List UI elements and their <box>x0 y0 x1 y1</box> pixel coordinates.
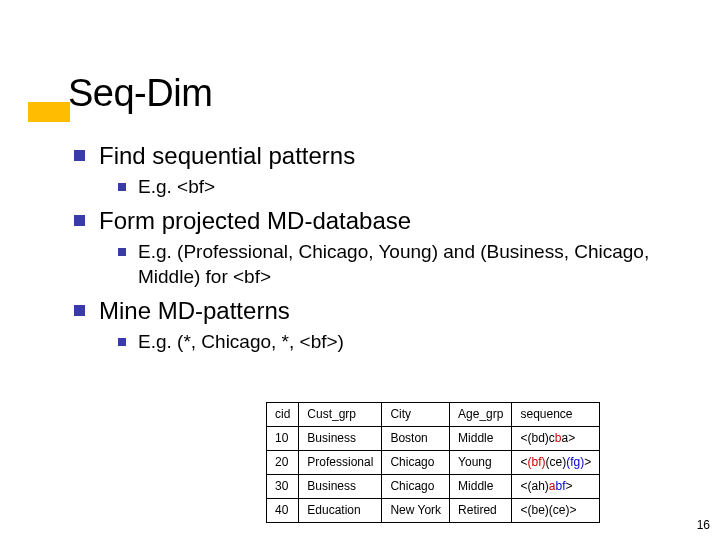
cell-grp: Professional <box>299 451 382 475</box>
cell-grp: Business <box>299 475 382 499</box>
slide-title: Seq-Dim <box>68 72 212 115</box>
bullet-square-icon <box>74 150 85 161</box>
table-row: 20 Professional Chicago Young <(bf)(ce)(… <box>267 451 600 475</box>
bullet-1-1: E.g. <bf> <box>118 174 684 199</box>
cell-city: Chicago <box>382 475 450 499</box>
bullet-2: Form projected MD-database <box>74 205 684 237</box>
cell-grp: Business <box>299 427 382 451</box>
cell-seq: <(be)(ce)> <box>512 499 600 523</box>
cell-seq: <(bd)cba> <box>512 427 600 451</box>
cell-cid: 10 <box>267 427 299 451</box>
cell-grp: Education <box>299 499 382 523</box>
title-accent <box>28 102 70 122</box>
col-cid: cid <box>267 403 299 427</box>
bullet-2-text: Form projected MD-database <box>99 205 411 237</box>
bullet-3: Mine MD-patterns <box>74 295 684 327</box>
data-table: cid Cust_grp City Age_grp sequence 10 Bu… <box>266 402 600 523</box>
bullet-square-icon <box>118 338 126 346</box>
bullet-2-1: E.g. (Professional, Chicago, Young) and … <box>118 239 684 289</box>
col-agegrp: Age_grp <box>450 403 512 427</box>
table-row: 10 Business Boston Middle <(bd)cba> <box>267 427 600 451</box>
cell-cid: 20 <box>267 451 299 475</box>
cell-seq: <(bf)(ce)(fg)> <box>512 451 600 475</box>
cell-age: Young <box>450 451 512 475</box>
bullet-square-icon <box>74 305 85 316</box>
body: Find sequential patterns E.g. <bf> Form … <box>74 140 684 360</box>
cell-city: Chicago <box>382 451 450 475</box>
bullet-1: Find sequential patterns <box>74 140 684 172</box>
bullet-3-1: E.g. (*, Chicago, *, <bf>) <box>118 329 684 354</box>
table-row: 40 Education New York Retired <(be)(ce)> <box>267 499 600 523</box>
bullet-square-icon <box>118 183 126 191</box>
cell-age: Middle <box>450 475 512 499</box>
bullet-1-text: Find sequential patterns <box>99 140 355 172</box>
bullet-square-icon <box>74 215 85 226</box>
bullet-2-1-text: E.g. (Professional, Chicago, Young) and … <box>138 239 684 289</box>
page-number: 16 <box>697 518 710 532</box>
table-header-row: cid Cust_grp City Age_grp sequence <box>267 403 600 427</box>
cell-age: Retired <box>450 499 512 523</box>
cell-cid: 40 <box>267 499 299 523</box>
col-city: City <box>382 403 450 427</box>
col-custgrp: Cust_grp <box>299 403 382 427</box>
title-area: Seq-Dim <box>68 72 212 115</box>
bullet-square-icon <box>118 248 126 256</box>
cell-age: Middle <box>450 427 512 451</box>
bullet-3-1-text: E.g. (*, Chicago, *, <bf>) <box>138 329 344 354</box>
bullet-1-1-text: E.g. <bf> <box>138 174 215 199</box>
cell-city: Boston <box>382 427 450 451</box>
col-sequence: sequence <box>512 403 600 427</box>
cell-city: New York <box>382 499 450 523</box>
bullet-3-text: Mine MD-patterns <box>99 295 290 327</box>
cell-seq: <(ah)abf> <box>512 475 600 499</box>
table-row: 30 Business Chicago Middle <(ah)abf> <box>267 475 600 499</box>
cell-cid: 30 <box>267 475 299 499</box>
